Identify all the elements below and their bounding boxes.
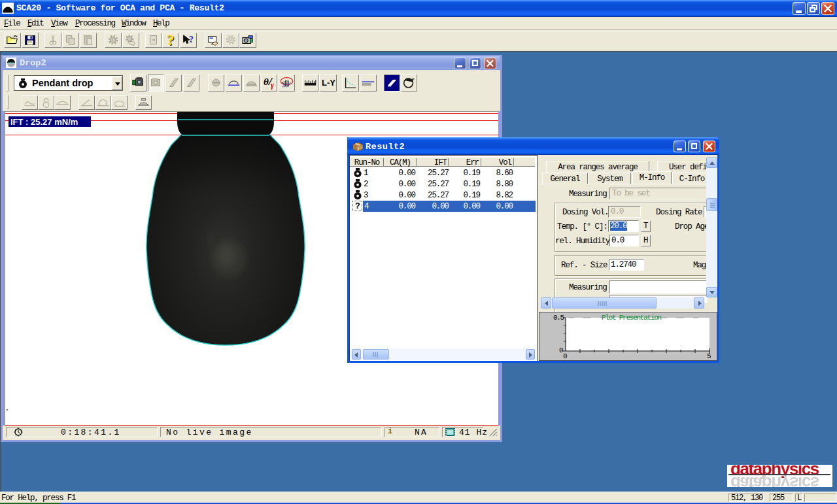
svg-text:?: ? [189, 35, 194, 44]
